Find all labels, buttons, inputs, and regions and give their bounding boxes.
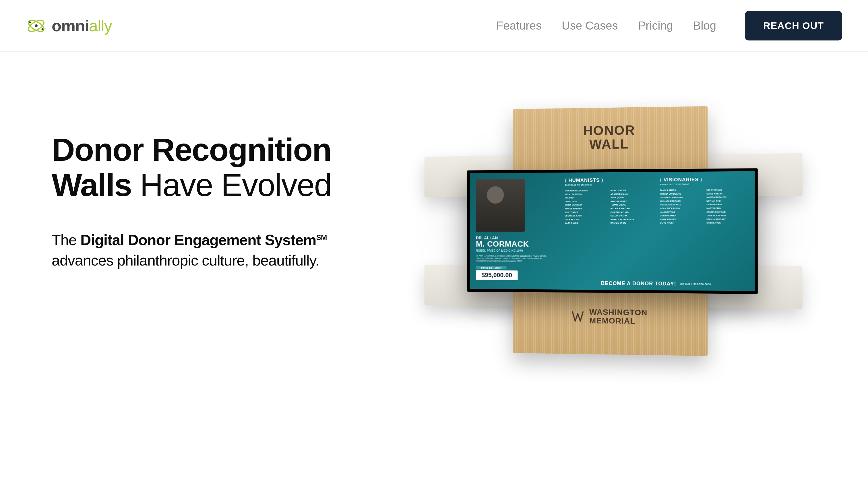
screen-donor-panel: DR. ALLAN M. CORMACK NOBEL PRIZE OF MEDI… xyxy=(470,173,565,290)
svg-point-4 xyxy=(42,28,44,30)
brand-name: omnially xyxy=(52,16,112,35)
screen-content: DR. ALLAN M. CORMACK NOBEL PRIZE OF MEDI… xyxy=(470,171,755,291)
site-header: omnially Features Use Cases Pricing Blog… xyxy=(0,0,868,52)
hero-title: Donor Recognition Walls Have Evolved xyxy=(52,132,382,203)
honor-wall-mockup: HONORWALL WASHINGTONMEMORIAL DR. ALLAN M xyxy=(436,95,794,365)
nav-use-cases[interactable]: Use Cases xyxy=(562,19,618,32)
digital-screen: DR. ALLAN M. CORMACK NOBEL PRIZE OF MEDI… xyxy=(467,168,758,294)
hero-section: Donor Recognition Walls Have Evolved The… xyxy=(0,52,868,362)
become-donor-cta: BECOME A DONOR TODAY! OR CALL 505.780.50… xyxy=(565,280,748,287)
brand-logo[interactable]: omnially xyxy=(26,16,112,36)
donor-name: M. CORMACK xyxy=(476,240,559,248)
donor-subtitle: NOBEL PRIZE OF MEDICINE 1979 xyxy=(476,249,559,253)
category-visionaries: VISIONARIES $50,000.00 TO $100,000.00 Ta… xyxy=(660,176,748,225)
hero-copy: Donor Recognition Walls Have Evolved The… xyxy=(52,98,382,362)
hero-subtitle: The Digital Donor Engagement SystemSM ad… xyxy=(52,230,382,270)
nav-blog[interactable]: Blog xyxy=(693,19,716,32)
atom-icon xyxy=(26,16,47,36)
total-donation-label: TOTAL DONATION xyxy=(476,266,506,269)
reach-out-button[interactable]: REACH OUT xyxy=(745,11,842,41)
hero-image: HONORWALL WASHINGTONMEMORIAL DR. ALLAN M xyxy=(405,98,816,362)
visionaries-names: Tamika JamesMarina LundbergGeoffrey Barn… xyxy=(660,188,748,225)
donor-categories: HUMANISTS $10,000.00 TO $50,000.00 Ronal… xyxy=(565,176,748,225)
donor-portrait xyxy=(476,179,525,232)
nav-pricing[interactable]: Pricing xyxy=(638,19,673,32)
honor-wall-label: HONORWALL xyxy=(513,122,708,152)
main-nav: Features Use Cases Pricing Blog REACH OU… xyxy=(496,11,842,41)
svg-point-2 xyxy=(35,24,38,27)
donor-bio: Dr. Allan M. Cormack, a professor and he… xyxy=(476,254,548,263)
svg-point-3 xyxy=(29,21,31,23)
nav-features[interactable]: Features xyxy=(496,19,542,32)
